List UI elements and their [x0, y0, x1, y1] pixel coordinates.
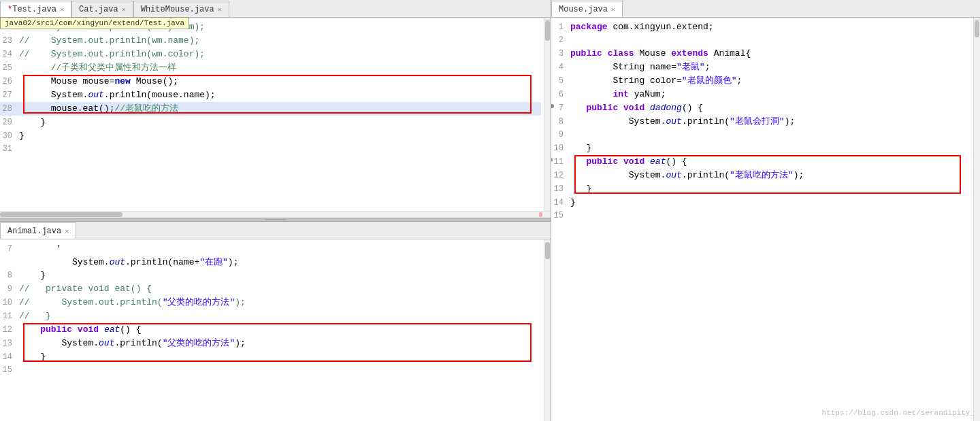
code-line-25: 25 //子类和父类中属性和方法一样: [0, 61, 541, 75]
right-code-line-12: 12 System.out.println("老鼠吃的方法");: [551, 169, 970, 182]
right-code-line-6: 6 int yaNum;: [551, 88, 970, 101]
tab-cat-java[interactable]: Cat.java ✕: [71, 1, 133, 17]
code-line-11: 11 // }: [0, 309, 541, 323]
highlight-box-region: 26 Mouse mouse=new Mouse(); 27 System.ou…: [0, 75, 541, 116]
close-icon[interactable]: ✕: [611, 5, 615, 14]
tab-label: Cat.java: [79, 5, 118, 14]
code-line-9: 9 // private void eat() {: [0, 282, 541, 296]
code-line-15: 15: [0, 364, 541, 377]
right-code-line-13: 13 }: [551, 182, 970, 196]
watermark: https://blog.csdn.net/serandipity_: [822, 409, 975, 417]
right-code-line-15: 15: [551, 209, 970, 222]
right-code-line-8: 8 System.out.println("老鼠会打洞");: [551, 115, 970, 129]
code-line-8: 8 }: [0, 269, 541, 282]
code-line-12: 12 public void eat() {: [0, 323, 541, 337]
top-tab-bar: *Test.java ✕ Cat.java ✕ WhiteMouse.java …: [0, 0, 551, 18]
right-code-line-7: 7 public void dadong() {: [551, 101, 970, 115]
right-code-line-14: 14 }: [551, 196, 970, 209]
code-line-24: 24 // System.out.println(wm.color);: [0, 48, 541, 61]
top-scrollbar-h[interactable]: [0, 211, 551, 218]
right-code-lines: 1 package com.xingyun.extend; 2 3 public…: [551, 18, 980, 222]
bottom-code-lines: 7 ' System.out.println(name+"在跑"); 8 }: [0, 239, 551, 377]
dirty-marker: *: [7, 5, 12, 14]
right-scrollbar-v[interactable]: [973, 18, 980, 421]
bottom-scrollbar-v[interactable]: [544, 239, 551, 421]
tab-label: Mouse.java: [559, 5, 608, 14]
code-line-28: 28 mouse.eat();//老鼠吃的方法: [0, 102, 541, 116]
bottom-highlight-box-region: 12 public void eat() { 13 System.out.pri…: [0, 323, 541, 364]
top-code-scroll[interactable]: 22 // System.out.println(wm.yaNum); 23 /…: [0, 18, 551, 211]
right-panel: Mouse.java ✕ 1 package com.xingyun.exten…: [551, 0, 980, 421]
bottom-code-scroll[interactable]: 7 ' System.out.println(name+"在跑"); 8 }: [0, 239, 551, 421]
tab-label: WhiteMouse.java: [141, 5, 214, 14]
code-line-30: 30 }: [0, 129, 541, 143]
code-line-7b: System.out.println(name+"在跑");: [0, 256, 541, 269]
right-code-line-3: 3 public class Mouse extends Animal{: [551, 47, 970, 61]
right-code-line-5: 5 String color="老鼠的颜色";: [551, 74, 970, 88]
code-line-13: 13 System.out.println("父类的吃的方法");: [0, 337, 541, 350]
code-line-23: 23 // System.out.println(wm.name);: [0, 34, 541, 48]
close-icon[interactable]: ✕: [65, 227, 69, 235]
right-highlight-box-region: 11 public void eat() { 12 System.out.pri…: [551, 155, 970, 196]
top-scrollbar-v[interactable]: [544, 18, 551, 211]
tab-mouse-java[interactable]: Mouse.java ✕: [551, 1, 623, 17]
code-line-14: 14 }: [0, 350, 541, 364]
top-code-lines: 22 // System.out.println(wm.yaNum); 23 /…: [0, 18, 551, 156]
close-icon[interactable]: ✕: [122, 5, 126, 14]
code-line-7: 7 ': [0, 242, 541, 256]
right-code-line-4: 4 String name="老鼠";: [551, 61, 970, 74]
right-code-line-10: 10 }: [551, 141, 970, 155]
tab-label: Test.java: [12, 5, 56, 14]
right-code-line-11: 11 public void eat() {: [551, 155, 970, 169]
left-panel: *Test.java ✕ Cat.java ✕ WhiteMouse.java …: [0, 0, 551, 421]
top-code-area: 22 // System.out.println(wm.yaNum); 23 /…: [0, 18, 551, 218]
right-code-line-2: 2: [551, 34, 970, 47]
close-icon[interactable]: ✕: [218, 5, 222, 14]
right-code-scroll[interactable]: 1 package com.xingyun.extend; 2 3 public…: [551, 18, 980, 421]
code-line-31: 31: [0, 143, 541, 156]
bottom-code-area: 7 ' System.out.println(name+"在跑"); 8 }: [0, 239, 551, 421]
bottom-tab-bar: Animal.java ✕: [0, 222, 551, 239]
file-path-tooltip: java02/src1/com/xingyun/extend/Test.java: [0, 17, 189, 29]
code-line-26: 26 Mouse mouse=new Mouse();: [0, 75, 541, 88]
code-line-27: 27 System.out.println(mouse.name);: [0, 88, 541, 102]
code-line-29: 29 }: [0, 116, 541, 129]
right-code-area: 1 package com.xingyun.extend; 2 3 public…: [551, 18, 980, 421]
tab-animal-java[interactable]: Animal.java ✕: [0, 222, 76, 239]
code-line-10: 10 // System.out.println("父类的吃的方法");: [0, 296, 541, 309]
right-code-line-1: 1 package com.xingyun.extend;: [551, 20, 970, 34]
right-code-line-9: 9: [551, 129, 970, 141]
right-tab-bar: Mouse.java ✕: [551, 0, 980, 18]
tab-whitemouse-java[interactable]: WhiteMouse.java ✕: [133, 1, 229, 17]
tab-label: Animal.java: [7, 226, 61, 236]
tab-test-java[interactable]: *Test.java ✕: [0, 1, 71, 17]
close-icon[interactable]: ✕: [60, 5, 64, 14]
